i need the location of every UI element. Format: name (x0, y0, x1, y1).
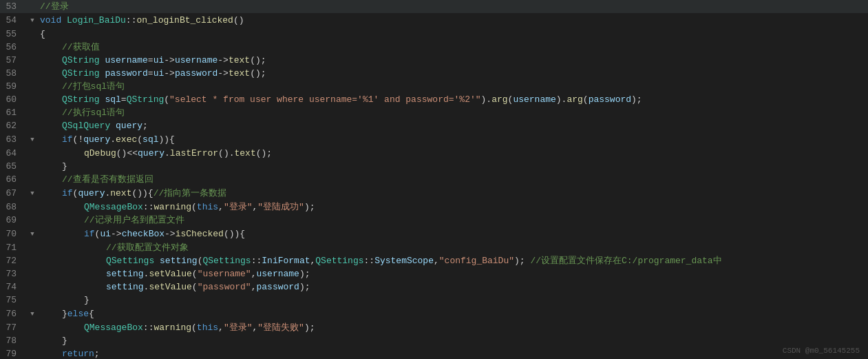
token-normal: { (40, 29, 45, 39)
table-row: 57QString username=ui->username->text(); (0, 54, 868, 67)
token-method: qDebug (84, 148, 116, 158)
table-row: 73setting.setValue("username",username); (0, 267, 868, 280)
token-normal: ( (192, 282, 198, 292)
line-number: 63 (0, 132, 28, 147)
token-normal: (); (256, 148, 272, 158)
token-var: query (116, 121, 142, 131)
token-normal: . (110, 134, 116, 145)
code-line: setting.setValue("username",username); (37, 267, 868, 280)
token-string: "select * from user where username='%1' … (169, 94, 480, 105)
line-number: 68 (0, 201, 28, 214)
line-number: 57 (0, 54, 28, 67)
token-keyword: if (84, 229, 95, 239)
token-comment: //登录 (40, 1, 69, 12)
token-normal: (); (250, 55, 266, 65)
token-comment: //指向第一条数据 (154, 188, 227, 198)
table-row: 71//获取配置文件对象 (0, 241, 868, 254)
fold-arrow-icon[interactable]: ▼ (30, 311, 34, 318)
token-var: SystemScope (374, 256, 434, 266)
token-var: password (175, 68, 218, 79)
fold-arrow-icon[interactable]: ▼ (30, 190, 34, 197)
token-string: "登录" (224, 322, 253, 333)
token-normal: = (148, 68, 154, 79)
fold-gutter[interactable]: ▼ (28, 132, 37, 147)
token-comment: //查看是否有数据返回 (62, 174, 154, 185)
fold-gutter (28, 334, 37, 347)
fold-arrow-icon[interactable]: ▼ (30, 231, 34, 238)
token-normal: (). (218, 148, 234, 158)
code-editor: 53//登录54▼void Login_BaiDu::on_loginBt_cl… (0, 0, 868, 359)
token-normal: ()<< (116, 148, 138, 158)
table-row: 75} (0, 294, 868, 307)
token-comment: //获取值 (62, 42, 100, 52)
code-line: //获取值 (37, 41, 868, 54)
fold-gutter (28, 41, 37, 54)
table-row: 55{ (0, 28, 868, 41)
token-string: "登陆失败" (257, 322, 304, 333)
token-var: sql (105, 94, 120, 105)
fold-arrow-icon[interactable]: ▼ (30, 17, 34, 24)
fold-gutter (28, 267, 37, 280)
code-line: QMessageBox::warning(this,"登录","登陆失败"); (37, 321, 868, 334)
token-normal: = (148, 55, 154, 65)
table-row: 78} (0, 334, 868, 347)
token-normal: -> (111, 229, 122, 239)
token-method: arg (567, 94, 582, 105)
fold-gutter (28, 54, 37, 67)
fold-gutter (28, 241, 37, 254)
line-number: 53 (0, 0, 28, 13)
fold-gutter[interactable]: ▼ (28, 13, 37, 28)
token-var: query (83, 134, 110, 145)
token-method: text (229, 55, 250, 65)
token-normal: (! (73, 134, 84, 145)
token-normal: ); (514, 256, 530, 266)
token-string: "登录" (224, 202, 253, 212)
token-string: "登陆成功" (257, 202, 304, 212)
token-method: text (234, 148, 255, 158)
token-var: username (105, 55, 147, 65)
line-number: 62 (0, 119, 28, 132)
token-var: setting (106, 282, 144, 292)
token-normal: } (62, 336, 67, 346)
token-method: arg (491, 94, 507, 105)
token-var: password (105, 68, 147, 79)
token-normal: ( (192, 269, 198, 279)
table-row: 59//打包sql语句 (0, 80, 868, 93)
fold-gutter[interactable]: ▼ (28, 227, 37, 241)
fold-gutter (28, 106, 37, 119)
token-method: next (110, 188, 131, 198)
token-type: QString (62, 55, 100, 65)
table-row: 67▼if(query.next()){//指向第一条数据 (0, 186, 868, 201)
token-keyword: else (67, 309, 89, 319)
token-normal (61, 15, 67, 25)
fold-gutter (28, 173, 37, 186)
token-normal: ( (583, 94, 589, 105)
token-comment: //获取配置文件对象 (106, 243, 189, 253)
token-keyword: if (62, 188, 73, 198)
token-normal: :: (251, 256, 262, 266)
token-normal: ( (164, 94, 169, 105)
token-normal: -> (164, 68, 175, 79)
line-number: 75 (0, 294, 28, 307)
token-keyword: return (62, 349, 94, 359)
token-comment: //执行sql语句 (62, 107, 125, 118)
line-number: 67 (0, 186, 28, 201)
token-normal: () (233, 15, 244, 25)
fold-arrow-icon[interactable]: ▼ (30, 136, 34, 143)
table-row: 61//执行sql语句 (0, 106, 868, 119)
table-row: 58QString password=ui->password->text(); (0, 67, 868, 80)
token-var: query (138, 148, 165, 158)
token-method: warning (154, 202, 191, 212)
table-row: 54▼void Login_BaiDu::on_loginBt_clicked(… (0, 13, 868, 28)
code-line: }else{ (37, 307, 868, 321)
fold-gutter (28, 201, 37, 214)
line-number: 65 (0, 160, 28, 173)
fold-gutter[interactable]: ▼ (28, 307, 37, 321)
code-line: void Login_BaiDu::on_loginBt_clicked() (37, 13, 868, 28)
code-line: if(ui->checkBox->isChecked()){ (37, 227, 868, 241)
code-line: } (37, 334, 868, 347)
table-row: 62QSqlQuery query; (0, 119, 868, 132)
token-var: password (589, 94, 631, 105)
code-table: 53//登录54▼void Login_BaiDu::on_loginBt_cl… (0, 0, 868, 359)
fold-gutter[interactable]: ▼ (28, 186, 37, 201)
